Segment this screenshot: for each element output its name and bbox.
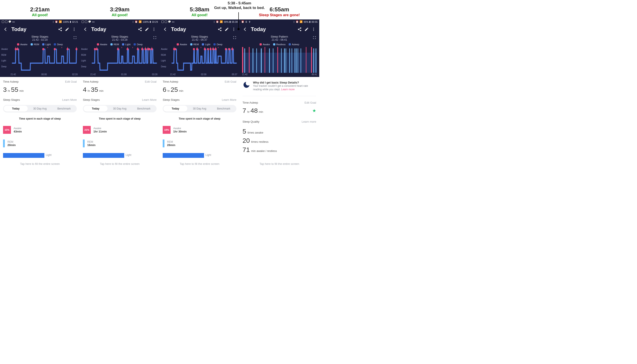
legend-item: Light <box>202 43 210 46</box>
svg-rect-87 <box>277 47 278 73</box>
legend-swatch <box>122 43 124 46</box>
sleep-quality-label: Sleep Quality <box>242 120 259 123</box>
share-button[interactable] <box>296 26 303 33</box>
chat-icon: 💬 <box>88 20 91 23</box>
learn-more-link[interactable]: Learn more <box>281 88 294 91</box>
edit-button[interactable] <box>303 26 310 33</box>
learn-more-link[interactable]: Learn More <box>62 98 77 102</box>
svg-rect-61 <box>231 48 233 50</box>
edit-goal-link[interactable]: Edit Goal <box>65 80 77 83</box>
stage-name: Awake <box>14 127 22 130</box>
battery-icon: ▮ <box>150 20 151 23</box>
sleep-chart[interactable]: AwakeREMLightDeep <box>161 47 238 73</box>
svg-rect-91 <box>289 48 290 73</box>
more-icon: ••• <box>12 20 15 23</box>
segment-benchmark[interactable]: Benchmark <box>52 106 76 112</box>
learn-more-link[interactable]: Learn more <box>302 120 316 123</box>
clock: 06:55 <box>312 20 318 23</box>
battery-pct: 95% <box>304 20 308 23</box>
back-button[interactable] <box>2 26 9 33</box>
back-button[interactable] <box>242 26 249 33</box>
learn-more-link[interactable]: Learn More <box>142 98 156 102</box>
stage-value: 28min <box>167 144 176 147</box>
overflow-menu-button[interactable] <box>310 26 317 33</box>
fill-screen-hint[interactable]: Tap here to fill the entire screen <box>240 161 319 168</box>
edit-goal-link[interactable]: Edit Goal <box>145 80 156 83</box>
sleep-chart[interactable]: AwakeREMLightDeep <box>1 47 78 73</box>
overflow-menu-button[interactable] <box>150 26 158 33</box>
phone-screenshot: 💬••• ᚼ ⏰ 📶 100% ▮ 03:29 Today Sleep Stag… <box>80 20 160 168</box>
phone-screenshot: 💬••• ᚼ ⏰ 📶 100% ▮ 02:21 Today Sleep Stag… <box>0 20 80 168</box>
svg-rect-32 <box>148 48 150 50</box>
page-title: Today <box>89 26 136 32</box>
alarm-icon: ⏰ <box>296 20 299 23</box>
svg-rect-64 <box>201 47 201 48</box>
svg-rect-63 <box>197 47 197 48</box>
fill-screen-hint[interactable]: Tap here to fill the entire screen <box>0 161 80 168</box>
stage-value: 20min <box>8 144 16 147</box>
svg-rect-68 <box>216 47 216 48</box>
legend-item: REM <box>30 43 39 46</box>
share-button[interactable] <box>57 26 64 33</box>
sleep-chart[interactable]: AwakeREMLightDeep <box>81 47 158 73</box>
svg-point-47 <box>234 28 234 28</box>
segment-benchmark[interactable]: Benchmark <box>132 106 156 112</box>
legend-swatch <box>177 43 179 46</box>
edit-goal-link[interactable]: Edit Goal <box>225 80 236 83</box>
stage-name: REM <box>8 140 16 144</box>
segment-today[interactable]: Today <box>4 106 28 112</box>
expand-chart-button[interactable] <box>313 36 316 39</box>
overflow-menu-button[interactable] <box>71 26 78 33</box>
chart-header: Sleep Stages 21:42 - 05:37 <box>160 34 240 41</box>
fill-screen-hint[interactable]: Tap here to fill the entire screen <box>160 161 240 168</box>
segment-today[interactable]: Today <box>163 106 188 112</box>
edit-button[interactable] <box>223 26 230 33</box>
svg-rect-94 <box>296 48 297 73</box>
segment-30day[interactable]: 30 Day Avg <box>108 106 132 112</box>
legend-item: REM <box>190 43 199 46</box>
divider <box>242 96 316 96</box>
share-button[interactable] <box>216 26 223 33</box>
svg-rect-24 <box>94 48 96 50</box>
legend-label: Awake <box>100 43 107 46</box>
expand-chart-button[interactable] <box>233 36 236 39</box>
segment-30day[interactable]: 30 Day Avg <box>188 106 212 112</box>
expand-chart-button[interactable] <box>153 36 156 39</box>
chart-x-axis: 21:4202:0005:37 <box>160 73 240 77</box>
legend-item: Deep <box>214 43 222 46</box>
svg-rect-36 <box>122 47 122 48</box>
share-button[interactable] <box>136 26 144 33</box>
svg-rect-81 <box>252 48 253 73</box>
expand-chart-button[interactable] <box>73 36 77 39</box>
segment-benchmark[interactable]: Benchmark <box>212 106 236 112</box>
page-title: Today <box>9 26 57 32</box>
segment-30day[interactable]: 30 Day Avg <box>28 106 52 112</box>
svg-rect-53 <box>196 48 198 50</box>
svg-rect-43 <box>152 47 152 48</box>
svg-rect-83 <box>261 48 262 73</box>
caption-status: All good! <box>161 13 238 17</box>
time-asleep-value: 4hr 35min <box>83 86 156 93</box>
edit-goal-link[interactable]: Edit Goal <box>304 101 316 104</box>
signal-icon: 📶 <box>59 20 62 23</box>
segment-today[interactable]: Today <box>84 106 108 112</box>
edit-button[interactable] <box>64 26 71 33</box>
svg-rect-39 <box>138 47 138 48</box>
chat-icon: 💬 <box>168 20 171 23</box>
svg-rect-30 <box>144 48 146 50</box>
clock: 03:29 <box>152 20 158 23</box>
clock: 05:38 <box>232 20 238 23</box>
stage-name: REM <box>167 140 176 144</box>
sleep-chart[interactable] <box>241 47 318 73</box>
awake-pct-badge: 21% <box>83 126 91 134</box>
quality-minutes: 71min awake / restless <box>242 146 316 154</box>
svg-point-45 <box>218 29 219 30</box>
learn-more-link[interactable]: Learn More <box>222 98 236 102</box>
back-button[interactable] <box>82 26 89 33</box>
fill-screen-hint[interactable]: Tap here to fill the entire screen <box>80 161 160 168</box>
overflow-menu-button[interactable] <box>230 26 237 33</box>
back-button[interactable] <box>162 26 169 33</box>
edit-button[interactable] <box>144 26 150 33</box>
svg-rect-55 <box>207 48 209 50</box>
time-asleep-label: Time Asleep <box>83 80 98 83</box>
